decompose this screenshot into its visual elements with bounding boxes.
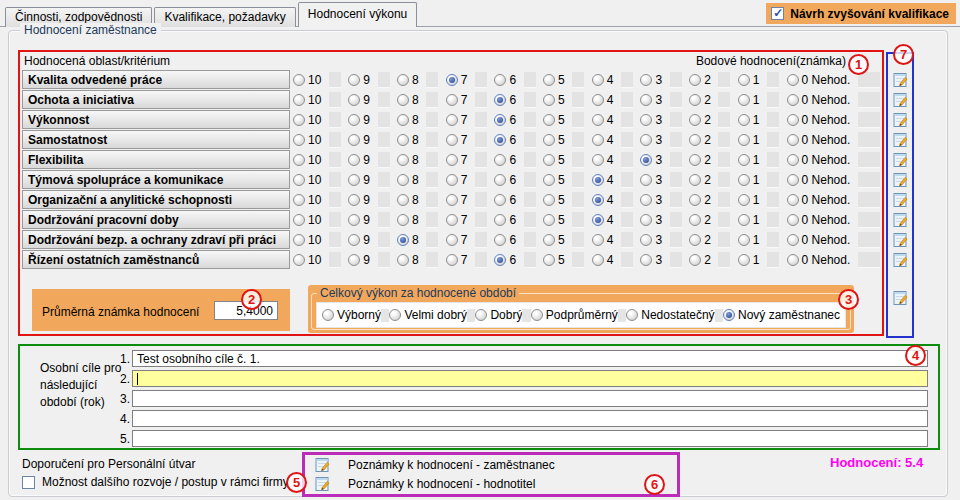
score-radio-6[interactable]: 6 bbox=[494, 233, 516, 247]
score-radio-10[interactable]: 10 bbox=[293, 133, 321, 147]
score-radio-0[interactable]: 0 Nehod. bbox=[787, 193, 851, 207]
edit-note-button-2[interactable] bbox=[890, 90, 910, 109]
criteria-label-1[interactable]: Kvalita odvedené práce bbox=[22, 70, 290, 89]
score-radio-3[interactable]: 3 bbox=[640, 253, 662, 267]
score-radio-3[interactable]: 3 bbox=[640, 193, 662, 207]
score-radio-10[interactable]: 10 bbox=[293, 233, 321, 247]
score-radio-6[interactable]: 6 bbox=[494, 253, 516, 267]
goal-input-2[interactable] bbox=[132, 370, 928, 387]
edit-note-button-3[interactable] bbox=[890, 110, 910, 129]
overall-option-5[interactable]: Nedostatečný bbox=[626, 308, 714, 322]
criteria-label-9[interactable]: Dodržování bezp. a ochrany zdraví při pr… bbox=[22, 230, 290, 249]
score-radio-6[interactable]: 6 bbox=[494, 93, 516, 107]
criteria-label-3[interactable]: Výkonnost bbox=[22, 110, 290, 129]
score-radio-3[interactable]: 3 bbox=[640, 153, 662, 167]
score-radio-7[interactable]: 7 bbox=[446, 193, 468, 207]
score-radio-1[interactable]: 1 bbox=[738, 153, 760, 167]
score-radio-6[interactable]: 6 bbox=[494, 213, 516, 227]
qualification-proposal-checkbox[interactable] bbox=[771, 7, 784, 20]
score-radio-8[interactable]: 8 bbox=[397, 133, 419, 147]
score-radio-5[interactable]: 5 bbox=[543, 153, 565, 167]
score-radio-5[interactable]: 5 bbox=[543, 113, 565, 127]
score-radio-4[interactable]: 4 bbox=[592, 193, 614, 207]
edit-note-button-8[interactable] bbox=[890, 210, 910, 229]
score-radio-1[interactable]: 1 bbox=[738, 193, 760, 207]
score-radio-10[interactable]: 10 bbox=[293, 153, 321, 167]
score-radio-5[interactable]: 5 bbox=[543, 73, 565, 87]
score-radio-8[interactable]: 8 bbox=[397, 93, 419, 107]
overall-option-1[interactable]: Výborný bbox=[322, 308, 381, 322]
score-radio-9[interactable]: 9 bbox=[348, 153, 370, 167]
score-radio-8[interactable]: 8 bbox=[397, 113, 419, 127]
score-radio-2[interactable]: 2 bbox=[689, 193, 711, 207]
score-radio-7[interactable]: 7 bbox=[446, 93, 468, 107]
score-radio-3[interactable]: 3 bbox=[640, 133, 662, 147]
score-radio-9[interactable]: 9 bbox=[348, 133, 370, 147]
goal-input-5[interactable] bbox=[132, 430, 928, 447]
score-radio-8[interactable]: 8 bbox=[397, 253, 419, 267]
score-radio-2[interactable]: 2 bbox=[689, 153, 711, 167]
edit-note-button-7[interactable] bbox=[890, 190, 910, 209]
score-radio-9[interactable]: 9 bbox=[348, 193, 370, 207]
score-radio-2[interactable]: 2 bbox=[689, 133, 711, 147]
score-radio-8[interactable]: 8 bbox=[397, 213, 419, 227]
score-radio-10[interactable]: 10 bbox=[293, 113, 321, 127]
score-radio-5[interactable]: 5 bbox=[543, 193, 565, 207]
score-radio-7[interactable]: 7 bbox=[446, 253, 468, 267]
score-radio-9[interactable]: 9 bbox=[348, 233, 370, 247]
score-radio-4[interactable]: 4 bbox=[592, 73, 614, 87]
score-radio-7[interactable]: 7 bbox=[446, 173, 468, 187]
score-radio-2[interactable]: 2 bbox=[689, 93, 711, 107]
score-radio-8[interactable]: 8 bbox=[397, 233, 419, 247]
edit-note-button-9[interactable] bbox=[890, 230, 910, 249]
overall-option-4[interactable]: Podprůměrný bbox=[531, 308, 618, 322]
score-radio-6[interactable]: 6 bbox=[494, 133, 516, 147]
edit-note-button-5[interactable] bbox=[890, 150, 910, 169]
score-radio-4[interactable]: 4 bbox=[592, 133, 614, 147]
score-radio-0[interactable]: 0 Nehod. bbox=[787, 93, 851, 107]
score-radio-10[interactable]: 10 bbox=[293, 173, 321, 187]
score-radio-3[interactable]: 3 bbox=[640, 93, 662, 107]
score-radio-7[interactable]: 7 bbox=[446, 153, 468, 167]
score-radio-2[interactable]: 2 bbox=[689, 113, 711, 127]
development-possibility-checkbox[interactable] bbox=[22, 476, 35, 489]
score-radio-3[interactable]: 3 bbox=[640, 233, 662, 247]
score-radio-3[interactable]: 3 bbox=[640, 73, 662, 87]
score-radio-1[interactable]: 1 bbox=[738, 173, 760, 187]
score-radio-4[interactable]: 4 bbox=[592, 253, 614, 267]
score-radio-4[interactable]: 4 bbox=[592, 113, 614, 127]
score-radio-10[interactable]: 10 bbox=[293, 193, 321, 207]
employee-notes-button[interactable]: Poznámky k hodnocení - zaměstnanec bbox=[309, 455, 673, 474]
score-radio-1[interactable]: 1 bbox=[738, 93, 760, 107]
score-radio-1[interactable]: 1 bbox=[738, 213, 760, 227]
score-radio-5[interactable]: 5 bbox=[543, 233, 565, 247]
criteria-label-2[interactable]: Ochota a iniciativa bbox=[22, 90, 290, 109]
score-radio-8[interactable]: 8 bbox=[397, 193, 419, 207]
score-radio-6[interactable]: 6 bbox=[494, 73, 516, 87]
score-radio-0[interactable]: 0 Nehod. bbox=[787, 213, 851, 227]
score-radio-7[interactable]: 7 bbox=[446, 133, 468, 147]
score-radio-3[interactable]: 3 bbox=[640, 113, 662, 127]
score-radio-2[interactable]: 2 bbox=[689, 233, 711, 247]
score-radio-5[interactable]: 5 bbox=[543, 253, 565, 267]
score-radio-9[interactable]: 9 bbox=[348, 253, 370, 267]
score-radio-0[interactable]: 0 Nehod. bbox=[787, 113, 851, 127]
score-radio-6[interactable]: 6 bbox=[494, 193, 516, 207]
score-radio-2[interactable]: 2 bbox=[689, 253, 711, 267]
score-radio-1[interactable]: 1 bbox=[738, 233, 760, 247]
edit-note-button-10[interactable] bbox=[890, 250, 910, 269]
criteria-label-8[interactable]: Dodržování pracovní doby bbox=[22, 210, 290, 229]
overall-option-3[interactable]: Dobrý bbox=[475, 308, 522, 322]
score-radio-9[interactable]: 9 bbox=[348, 73, 370, 87]
score-radio-7[interactable]: 7 bbox=[446, 213, 468, 227]
score-radio-0[interactable]: 0 Nehod. bbox=[787, 153, 851, 167]
score-radio-9[interactable]: 9 bbox=[348, 93, 370, 107]
edit-note-button-overall[interactable] bbox=[890, 288, 910, 307]
edit-note-button-1[interactable] bbox=[890, 70, 910, 89]
score-radio-8[interactable]: 8 bbox=[397, 153, 419, 167]
score-radio-4[interactable]: 4 bbox=[592, 173, 614, 187]
score-radio-7[interactable]: 7 bbox=[446, 233, 468, 247]
score-radio-7[interactable]: 7 bbox=[446, 73, 468, 87]
score-radio-5[interactable]: 5 bbox=[543, 173, 565, 187]
score-radio-9[interactable]: 9 bbox=[348, 113, 370, 127]
